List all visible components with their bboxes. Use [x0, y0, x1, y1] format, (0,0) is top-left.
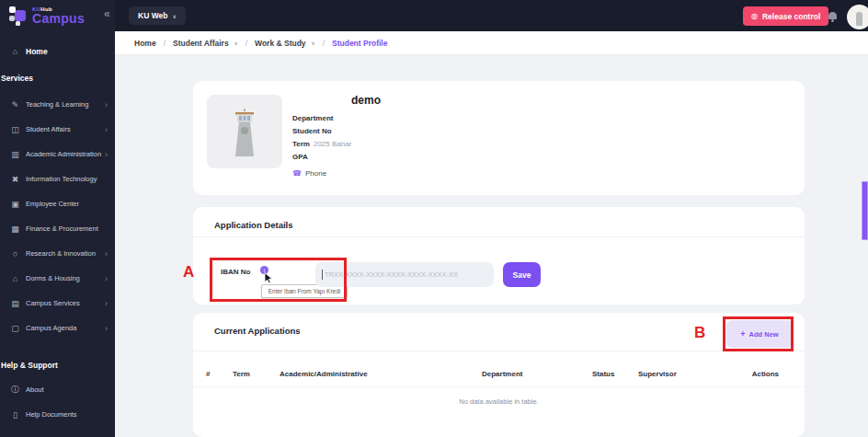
- mouse-cursor: [264, 271, 273, 288]
- sidebar-item-employee-center[interactable]: ▣ Employee Center: [0, 191, 115, 216]
- tower-illustration: [226, 103, 263, 160]
- col-term: Term: [233, 370, 280, 378]
- applications-table-header: # Term Academic/Administrative Departmen…: [193, 370, 805, 387]
- chevron-right-icon: ›: [105, 299, 108, 308]
- sidebar-item-about[interactable]: ⓘ About: [0, 377, 115, 402]
- profile-field-term: Term2025 Bahar: [292, 137, 351, 150]
- col-index: #: [206, 370, 233, 378]
- app-root: KU Web ∨ ◎ Release control « KUHub Campu…: [0, 0, 868, 437]
- sidebar-item-research-innovation[interactable]: ○ Research & Innovation ›: [0, 241, 115, 266]
- current-applications-title: Current Applications: [214, 326, 301, 336]
- storefront-icon: ▤: [9, 299, 21, 308]
- breadcrumb: Home / Student Affairs ∨ / Work & Study …: [115, 31, 868, 55]
- chevron-down-icon: ∨: [312, 40, 315, 46]
- col-status: Status: [592, 370, 638, 378]
- sidebar-section-services: Services: [0, 74, 115, 85]
- save-button[interactable]: Save: [503, 262, 541, 287]
- monitor-icon: ✖: [9, 175, 21, 184]
- topbar: KU Web ∨ ◎ Release control: [0, 0, 868, 31]
- breadcrumb-student-profile: Student Profile: [332, 39, 387, 48]
- student-profile-card: demo Department Student No Term2025 Baha…: [193, 81, 805, 195]
- chevron-down-icon: ∨: [234, 40, 238, 46]
- chevron-right-icon: ›: [105, 274, 108, 283]
- breadcrumb-work-study[interactable]: Work & Study: [255, 39, 306, 48]
- profile-field-student-no: Student No: [292, 124, 351, 137]
- divider: [193, 351, 805, 351]
- user-avatar[interactable]: [847, 5, 868, 29]
- phone-icon: ☎: [292, 169, 302, 178]
- workspace-switcher[interactable]: KU Web ∨: [129, 6, 186, 25]
- table-empty-message: No data available in table.: [193, 397, 805, 406]
- pencil-icon: ✎: [9, 100, 21, 109]
- col-supervisor: Supervisor: [638, 370, 739, 378]
- col-department: Department: [482, 370, 592, 378]
- sidebar-item-help-documents[interactable]: ▯ Help Documents: [0, 402, 115, 427]
- annotation-box-b: [723, 316, 794, 351]
- sidebar-item-dorms-housing[interactable]: ⌂ Dorms & Housing ›: [0, 266, 115, 291]
- logo-campus: Campus: [32, 12, 85, 25]
- calculator-icon: ▦: [9, 224, 21, 234]
- sidebar-item-teaching-learning[interactable]: ✎ Teaching & Learning ›: [0, 92, 115, 117]
- breadcrumb-home[interactable]: Home: [134, 39, 156, 48]
- magnifier-icon: ○: [9, 249, 21, 259]
- notification-bell-icon[interactable]: [828, 12, 837, 19]
- student-name: demo: [351, 94, 381, 107]
- release-control-button[interactable]: ◎ Release control: [743, 6, 828, 26]
- release-control-icon: ◎: [751, 12, 758, 20]
- briefcase-icon: ▣: [9, 200, 21, 209]
- profile-field-department: Department: [292, 111, 351, 124]
- application-details-title: Application Details: [214, 220, 293, 230]
- sidebar-item-finance-procurement[interactable]: ▦ Finance & Procurement: [0, 216, 115, 241]
- sidebar-item-campus-services[interactable]: ▤ Campus Services ›: [0, 291, 115, 316]
- sidebar-item-information-technology[interactable]: ✖ Information Technology: [0, 167, 115, 191]
- sidebar: KUHub Campus ⌂ Home Services ✎ Teaching …: [0, 0, 115, 437]
- annotation-letter-a: A: [183, 263, 194, 282]
- release-control-label: Release control: [762, 12, 820, 21]
- app-logo[interactable]: KUHub Campus: [0, 0, 115, 30]
- divider: [193, 236, 805, 237]
- home-icon: ⌂: [9, 47, 21, 56]
- chevron-right-icon: ›: [105, 324, 108, 333]
- col-actions: Actions: [739, 370, 779, 378]
- chevron-down-icon: ∨: [172, 13, 176, 19]
- document-icon: ▯: [9, 410, 21, 420]
- logo-icon: [7, 5, 29, 26]
- chevron-right-icon: ›: [105, 249, 108, 259]
- profile-field-gpa: GPA: [292, 150, 351, 163]
- avatar-figure: [856, 12, 862, 26]
- sidebar-collapse-icon[interactable]: «: [104, 7, 110, 20]
- chevron-right-icon: ›: [105, 125, 108, 134]
- chevron-right-icon: ›: [105, 150, 108, 159]
- chevron-right-icon: ›: [105, 100, 108, 109]
- sidebar-item-student-affairs[interactable]: ◫ Student Affairs ›: [0, 117, 115, 142]
- info-circle-icon: ⓘ: [9, 384, 21, 396]
- profile-photo-placeholder: [207, 95, 282, 168]
- bank-icon: ▥: [9, 150, 21, 159]
- workspace-label: KU Web: [138, 11, 167, 20]
- profile-phone: ☎ Phone: [292, 169, 326, 178]
- agenda-icon: ▢: [9, 324, 21, 333]
- edge-floating-widget[interactable]: [862, 181, 868, 240]
- sidebar-item-campus-agenda[interactable]: ▢ Campus Agenda ›: [0, 316, 115, 340]
- annotation-letter-b: B: [694, 324, 705, 342]
- sidebar-item-academic-administration[interactable]: ▥ Academic Administration ›: [0, 142, 115, 167]
- sidebar-section-help-support: Help & Support: [0, 361, 115, 372]
- breadcrumb-student-affairs[interactable]: Student Affairs: [173, 39, 229, 48]
- current-applications-card: Current Applications + Add New # Term Ac…: [193, 313, 805, 437]
- book-icon: ◫: [9, 125, 21, 134]
- col-academic-administrative: Academic/Administrative: [280, 370, 482, 378]
- sidebar-item-home[interactable]: ⌂ Home: [0, 40, 115, 63]
- house-icon: ⌂: [9, 274, 21, 283]
- annotation-box-a: [210, 258, 347, 302]
